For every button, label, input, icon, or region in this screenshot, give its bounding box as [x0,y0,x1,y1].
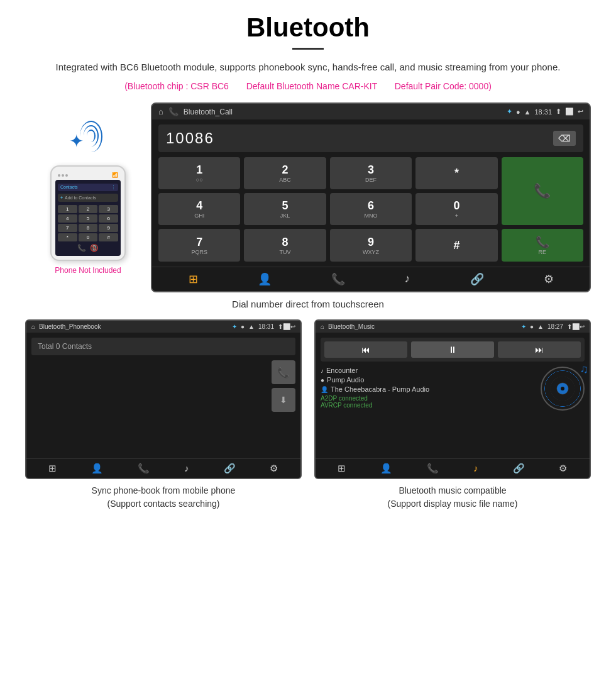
music-track-2: ● Pump Audio [321,376,536,384]
music-controls: ⏮ ⏸ ⏭ [321,338,585,362]
dial-status-bar: ⌂ 📞 Bluetooth_Call ✦ ● ▲ 18:31 ⬆ ⬜ ↩ [152,104,590,119]
a2dp-connected: A2DP connected [321,395,536,402]
time-display: 18:31 [534,108,552,116]
contacts-icon[interactable]: 👤 [258,272,272,286]
mu-music-icon[interactable]: ♪ [473,463,478,474]
specs-line: (Bluetooth chip : CSR BC6 Default Blueto… [25,81,591,91]
phone-screen: Contacts ⋮ + Add to Contacts 1 2 3 4 5 6 [55,180,121,256]
phone-add-contact: + Add to Contacts [58,194,118,202]
page-description: Integrated with BC6 Bluetooth module, su… [25,60,591,75]
bluetooth-signal-illustration: ✦ [63,121,113,159]
dial-bottom-bar: ⊞ 👤 📞 ♪ 🔗 ⚙ [152,267,590,291]
spec-name: Default Bluetooth Name CAR-KIT [246,81,377,91]
phonebook-title: Bluetooth_Phonebook [39,323,228,330]
page-title: Bluetooth [25,13,591,43]
mu-keypad-icon[interactable]: ⊞ [338,463,346,474]
music-bottom-bar: ⊞ 👤 📞 ♪ 🔗 ⚙ [316,458,590,478]
phone-call-button: 📞 [77,244,86,252]
phonebook-screen-body: Total 0 Contacts 📞 ⬇ [26,333,300,458]
phonebook-call-btn[interactable]: 📞 [272,360,295,384]
key-hash[interactable]: # [415,229,497,262]
back-icon: ↩ [578,108,583,116]
pb-keypad-icon[interactable]: ⊞ [48,463,57,474]
bottom-section: ⌂ Bluetooth_Phonebook ✦ ● ▲ 18:31 ⬆⬜↩ To… [25,319,591,511]
mu-contacts-icon[interactable]: 👤 [380,463,392,474]
music-caption: Bluetooth music compatible (Support disp… [314,484,591,511]
phone-device: 📶 Contacts ⋮ + Add to Contacts 1 2 3 [50,165,126,261]
pb-time: 18:31 [258,323,274,330]
link-icon[interactable]: 🔗 [470,272,484,286]
music-text: ♪ Encounter ● Pump Audio 👤 The Cheebacab… [321,367,536,409]
mu-call-icon[interactable]: 📞 [427,463,439,474]
settings-icon[interactable]: ⚙ [544,272,554,286]
signal-wave-3 [80,121,102,152]
pb-contacts-icon[interactable]: 👤 [91,463,103,474]
dial-caption: Dial number direct from touchscreen [25,299,591,309]
keypad-grid: 1○○ 2ABC 3DEF * 📞 4GHI 5JKL 6MNO 0+ 7PQR… [152,157,590,267]
dial-number-row: 10086 ⌫ [158,124,583,152]
pb-music-icon[interactable]: ♪ [184,463,189,474]
music-title: Bluetooth_Music [328,323,517,330]
play-button[interactable]: ⏸ [411,341,494,358]
mu-settings-icon[interactable]: ⚙ [559,463,567,474]
phone-status-icon: 📞 [168,107,179,116]
dial-number-display: 10086 [166,130,553,147]
spec-chip: (Bluetooth chip : CSR BC6 [124,81,229,91]
key-1[interactable]: 1○○ [158,157,240,189]
dial-screen-title: Bluetooth_Call [184,108,502,116]
wifi-icon: ● [516,108,520,116]
key-6[interactable]: 6MNO [330,193,412,225]
key-star[interactable]: * [415,157,497,189]
key-5[interactable]: 5JKL [244,193,326,225]
pb-link-icon[interactable]: 🔗 [224,463,236,474]
phonebook-status-bar: ⌂ Bluetooth_Phonebook ✦ ● ▲ 18:31 ⬆⬜↩ [26,321,300,333]
music-screen-body: ⏮ ⏸ ⏭ ♪ Encounter ● P [316,333,590,458]
call-log-icon[interactable]: 📞 [331,272,345,286]
phonebook-search[interactable]: Total 0 Contacts [31,338,295,355]
home-icon: ⌂ [158,107,163,116]
keypad-icon[interactable]: ⊞ [189,272,198,286]
vinyl-record: ♫ [541,367,585,411]
phone-top-bar: 📶 [55,170,121,180]
pb-call-icon[interactable]: 📞 [138,463,150,474]
home-icon-mu: ⌂ [321,323,324,330]
prev-button[interactable]: ⏮ [324,341,407,358]
phonebook-download-btn[interactable]: ⬇ [272,388,295,412]
mu-link-icon[interactable]: 🔗 [513,463,525,474]
avrcp-connected: AVRCP connected [321,402,536,409]
key-7[interactable]: 7PQRS [158,229,240,262]
phonebook-item: ⌂ Bluetooth_Phonebook ✦ ● ▲ 18:31 ⬆⬜↩ To… [25,319,302,511]
key-4[interactable]: 4GHI [158,193,240,225]
music-track-1: ♪ Encounter [321,367,536,374]
key-3[interactable]: 3DEF [330,157,412,189]
key-8[interactable]: 8TUV [244,229,326,262]
phone-label: Phone Not Included [55,266,121,275]
window-icon: ⬜ [565,108,574,116]
music-status-bar: ⌂ Bluetooth_Music ✦ ● ▲ 18:27 ⬆⬜↩ [316,321,590,333]
backspace-button[interactable]: ⌫ [553,131,576,146]
next-button[interactable]: ⏭ [498,341,581,358]
main-section: ✦ 📶 C [25,102,591,292]
phone-side: ✦ 📶 C [25,102,151,275]
title-underline [292,48,324,50]
mu-time: 18:27 [547,323,563,330]
music-track-3: 👤 The Cheebacabra - Pump Audio [321,385,536,393]
music-screen: ⌂ Bluetooth_Music ✦ ● ▲ 18:27 ⬆⬜↩ ⏮ ⏸ ⏭ [314,319,591,479]
pb-settings-icon[interactable]: ⚙ [270,463,278,474]
music-icon[interactable]: ♪ [405,272,410,286]
phone-end-button: 📵 [90,244,99,252]
phonebook-screen: ⌂ Bluetooth_Phonebook ✦ ● ▲ 18:31 ⬆⬜↩ To… [25,319,302,479]
key-zero[interactable]: 0+ [415,193,497,225]
home-icon-pb: ⌂ [31,323,35,330]
phone-screen-header: Contacts ⋮ [58,184,118,191]
phonebook-action-buttons: 📞 ⬇ [31,360,295,412]
phone-bottom-row: 📞 📵 [58,244,118,252]
call-button[interactable]: 📞 [502,157,583,225]
signal-icon: ▲ [524,108,531,116]
key-9[interactable]: 9WXYZ [330,229,412,262]
music-item: ⌂ Bluetooth_Music ✦ ● ▲ 18:27 ⬆⬜↩ ⏮ ⏸ ⏭ [314,319,591,511]
key-2[interactable]: 2ABC [244,157,326,189]
music-note-icon: ♫ [580,363,589,376]
redial-button[interactable]: 📞RE [502,229,583,262]
car-dial-screen: ⌂ 📞 Bluetooth_Call ✦ ● ▲ 18:31 ⬆ ⬜ ↩ 100… [151,102,591,292]
